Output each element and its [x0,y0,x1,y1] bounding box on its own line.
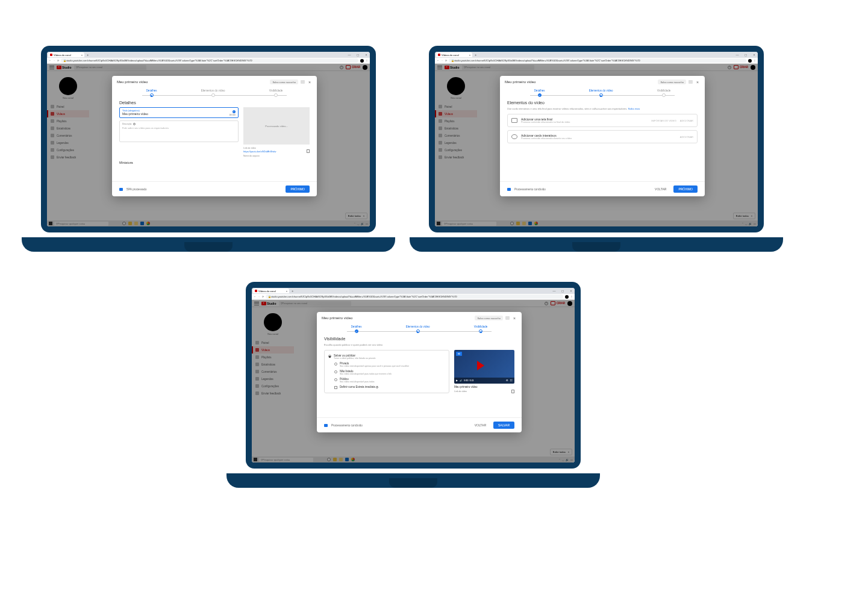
help-icon[interactable]: ? [376,386,378,388]
window-close-button[interactable]: × [752,53,757,57]
copy-icon[interactable] [511,390,514,393]
browser-menu-button[interactable]: ⋮ [366,59,368,62]
window-minimize-button[interactable]: — [552,289,557,293]
add-button[interactable]: ADICIONAR [680,119,693,122]
step-detalhes[interactable]: Detalhes [146,89,157,97]
browser-tab[interactable]: Vídeos do canal× [436,52,472,57]
miniatura-heading: Miniatura [119,161,310,164]
import-button[interactable]: IMPORTAR DO VÍDEO [651,119,676,122]
new-tab-button[interactable]: + [292,289,294,293]
step-detalhes[interactable]: Detalhes [534,89,545,97]
tab-close-icon[interactable]: × [469,54,470,57]
player-controls[interactable]: ▶ 🔊 0:00 / 0:24 ⚙ ⛶ [454,378,514,384]
window-minimize-button[interactable]: — [347,53,352,57]
browser-tab[interactable]: Vídeos do canal × [48,52,84,57]
window-minimize-button[interactable]: — [735,53,740,57]
tab-close-icon[interactable]: × [286,290,287,293]
browser-profile-icon[interactable] [565,295,569,299]
nav-forward-button[interactable]: → [258,295,260,298]
play-icon[interactable]: ▶ [456,379,458,382]
add-button[interactable]: ADICIONAR [680,136,693,139]
upload-stepper: Detalhes Elementos do vídeo Visibilidade [317,324,522,337]
window-controls: —◻× [552,289,573,293]
learn-more-link[interactable]: Saiba mais [628,107,640,110]
browser-tab-strip: Vídeos do canal× + —◻× [435,52,758,58]
browser-profile-icon[interactable] [748,59,752,63]
save-button[interactable]: SALVAR [493,422,514,429]
video-preview-player[interactable]: HD ▶ 🔊 0:00 / 0:24 ⚙ ⛶ [454,350,514,384]
nav-back-button[interactable]: ← [437,59,439,62]
dialog-title: Meu primeiro vídeo [505,80,655,84]
new-tab-button[interactable]: + [475,53,477,57]
window-close-button[interactable]: × [569,289,573,293]
step-detalhes[interactable]: Detalhes [351,325,362,333]
window-maximize-button[interactable]: ◻ [743,53,748,57]
fullscreen-icon[interactable]: ⛶ [510,379,513,382]
step-visibilidade[interactable]: Visibilidade [657,89,671,97]
radio-public[interactable]: PúblicoSeu vídeo está disponível para to… [334,376,445,384]
url-field[interactable]: 🔒 studio.youtube.com/channel/UCIpGx5CHAb… [61,58,358,63]
radio-sub: Seu vídeo está disponível para todos que… [340,373,392,375]
nav-forward-button[interactable]: → [53,59,55,62]
nav-back-button[interactable]: ← [49,59,51,62]
preview-title: Meu primeiro vídeo [454,385,514,388]
nav-back-button[interactable]: ← [254,295,256,298]
new-tab-button[interactable]: + [87,53,89,57]
upload-dialog: Meu primeiro vídeo Salvo como rascunho ×… [317,312,522,432]
help-icon[interactable]: ? [133,123,136,125]
section-subtitle: Escolha quando publicar e quem poderá ve… [324,343,514,346]
step-visibilidade[interactable]: Visibilidade [269,89,283,97]
radio-private[interactable]: PrivadoSeu vídeo está disponível apenas … [334,361,445,369]
dialog-footer: Processamento concluído VOLTAR SALVAR [317,417,522,432]
step-dot-icon [599,93,603,97]
dialog-close-button[interactable]: × [307,80,312,84]
step-visibilidade[interactable]: Visibilidade [474,325,488,333]
radio-icon [334,370,337,373]
browser-url-bar: ←→⟳ 🔒studio.youtube.com/channel/UCIpGx5C… [435,58,758,64]
back-button[interactable]: VOLTAR [651,185,670,193]
browser-tab[interactable]: Vídeos do canal× [253,288,289,293]
browser-menu-button[interactable]: ⋮ [570,295,573,298]
radio-unlisted[interactable]: Não listadoSeu vídeo está disponível par… [334,369,445,376]
laptop-notch [572,242,620,252]
tab-title: Vídeos do canal [54,54,71,57]
step-elementos[interactable]: Elementos do vídeo [201,89,225,97]
cards-card: Adicionar cards interativos Promova cont… [507,130,698,143]
tab-close-icon[interactable]: × [81,54,83,57]
laptop-notch [389,478,437,488]
browser-profile-icon[interactable] [360,59,364,63]
dialog-feedback-icon[interactable] [505,316,510,320]
nav-reload-button[interactable]: ⟳ [57,59,59,62]
step-elementos[interactable]: Elementos do vídeo [406,325,430,333]
url-field[interactable]: 🔒studio.youtube.com/channel/UCIpGx5CHAbG… [266,294,563,299]
nav-reload-button[interactable]: ⟳ [262,295,264,298]
nav-reload-button[interactable]: ⟳ [445,59,447,62]
copy-icon[interactable] [307,149,310,153]
volume-icon[interactable]: 🔊 [460,379,462,382]
laptop-notch [184,242,233,252]
processing-icon [324,424,328,427]
nav-forward-button[interactable]: → [441,59,443,62]
step-elementos[interactable]: Elementos do vídeo [589,89,613,97]
back-button[interactable]: VOLTAR [471,422,490,429]
url-text: studio.youtube.com/channel/UCIpGx5CHAbG2… [454,59,640,62]
radio-save-publish[interactable]: Salvar ou publicarTorne o vídeo público,… [328,353,445,361]
next-button[interactable]: PRÓXIMO [673,185,698,193]
window-maximize-button[interactable]: ◻ [355,53,360,57]
dialog-feedback-icon[interactable] [688,80,693,84]
tab-favicon [438,54,440,56]
window-close-button[interactable]: × [364,53,369,57]
dialog-close-button[interactable]: × [695,80,700,84]
video-link[interactable]: https://youtu.be/oGDuMhShdw [243,149,310,153]
browser-menu-button[interactable]: ⋮ [754,59,756,62]
dialog-feedback-icon[interactable] [301,80,305,84]
settings-icon[interactable]: ⚙ [506,379,508,382]
next-button[interactable]: PRÓXIMO [286,185,310,193]
window-maximize-button[interactable]: ◻ [560,289,565,293]
title-input[interactable]: Título (obrigatório) Meu primeiro vídeo … [119,107,239,118]
dialog-close-button[interactable]: × [512,316,517,320]
card-text: Adicionar uma tela final Promova conteúd… [521,117,648,123]
checkbox-premiere[interactable]: Definir como Estreia imediata ? [328,384,445,390]
description-input[interactable]: Descrição ? Fale sobre seu vídeo para os… [119,120,239,142]
url-field[interactable]: 🔒studio.youtube.com/channel/UCIpGx5CHAbG… [449,58,746,63]
